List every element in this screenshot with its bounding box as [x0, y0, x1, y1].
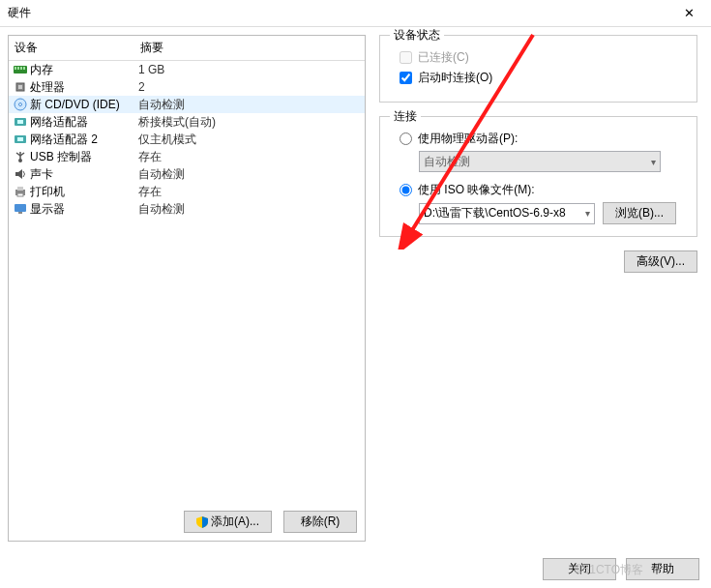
device-label: 网络适配器 2 — [30, 132, 138, 148]
physical-drive-radio[interactable] — [400, 132, 412, 145]
device-summary: 存在 — [138, 184, 162, 200]
memory-icon — [13, 63, 28, 76]
svg-rect-21 — [18, 212, 22, 214]
disc-icon — [13, 98, 28, 111]
shield-icon — [196, 516, 208, 528]
add-button-label: 添加(A)... — [211, 514, 259, 530]
svg-rect-3 — [20, 67, 22, 70]
device-summary: 自动检测 — [138, 97, 185, 113]
add-button[interactable]: 添加(A)... — [184, 511, 272, 533]
dialog-content: 设备 摘要 内存1 GB处理器2新 CD/DVD (IDE)自动检测网络适配器桥… — [0, 27, 711, 549]
device-label: 内存 — [30, 62, 138, 78]
usb-icon — [13, 150, 28, 163]
cpu-icon — [13, 80, 28, 94]
help-button-label: 帮助 — [651, 561, 674, 577]
remove-button-label: 移除(R) — [301, 514, 341, 530]
table-row[interactable]: 内存1 GB — [9, 61, 365, 78]
display-icon — [13, 202, 28, 216]
device-summary: 2 — [138, 80, 145, 94]
device-summary: 存在 — [138, 149, 162, 165]
connected-checkbox — [400, 51, 412, 64]
nic-icon — [13, 132, 28, 146]
remove-button[interactable]: 移除(R) — [283, 511, 357, 533]
device-label: USB 控制器 — [30, 149, 138, 165]
svg-rect-20 — [15, 204, 26, 212]
iso-file-radio[interactable] — [400, 184, 412, 196]
settings-pane: 设备状态 已连接(C) 启动时连接(O) 连接 使用物理驱动器(P): 自动检测… — [366, 35, 703, 542]
svg-rect-1 — [15, 67, 16, 70]
left-button-bar: 添加(A)... 移除(R) — [9, 503, 365, 541]
svg-rect-12 — [17, 137, 23, 141]
device-summary: 自动检测 — [138, 166, 185, 183]
svg-rect-18 — [17, 187, 23, 191]
device-status-group: 设备状态 已连接(C) 启动时连接(O) — [379, 35, 697, 103]
physical-drive-value: 自动检测 — [424, 154, 470, 170]
device-summary: 仅主机模式 — [138, 132, 196, 148]
device-label: 网络适配器 — [30, 114, 138, 131]
connect-start-label: 启动时连接(O) — [418, 70, 492, 86]
table-row[interactable]: 新 CD/DVD (IDE)自动检测 — [9, 96, 365, 113]
advanced-button-label: 高级(V)... — [637, 253, 685, 270]
svg-rect-6 — [18, 85, 22, 89]
physical-drive-combo-row: 自动检测 ▾ — [419, 151, 685, 172]
table-row[interactable]: 声卡自动检测 — [9, 165, 365, 183]
connection-group: 连接 使用物理驱动器(P): 自动检测 ▾ 使用 ISO 映像文件(M): D:… — [379, 116, 697, 237]
connect-start-checkbox[interactable] — [400, 72, 412, 84]
nic-icon — [13, 115, 28, 129]
sound-icon — [13, 167, 28, 181]
table-row[interactable]: 处理器2 — [9, 78, 365, 96]
iso-file-row: 使用 ISO 映像文件(M): — [400, 182, 685, 198]
physical-drive-row: 使用物理驱动器(P): — [400, 131, 685, 147]
iso-file-label: 使用 ISO 映像文件(M): — [418, 182, 535, 198]
watermark: ©51CTO博客 — [575, 562, 643, 578]
printer-icon — [13, 185, 28, 198]
iso-file-combo[interactable]: D:\迅雷下载\CentOS-6.9-x8 ▾ — [419, 203, 595, 224]
connect-start-row: 启动时连接(O) — [400, 70, 685, 86]
device-label: 新 CD/DVD (IDE) — [30, 97, 138, 113]
connected-row: 已连接(C) — [400, 49, 685, 66]
browse-button[interactable]: 浏览(B)... — [603, 202, 676, 224]
browse-button-label: 浏览(B)... — [615, 205, 664, 221]
physical-drive-combo: 自动检测 ▾ — [419, 151, 661, 172]
connected-label: 已连接(C) — [418, 49, 469, 66]
iso-file-combo-row: D:\迅雷下载\CentOS-6.9-x8 ▾ 浏览(B)... — [419, 202, 685, 224]
svg-rect-19 — [17, 193, 23, 196]
svg-rect-4 — [23, 67, 25, 70]
close-icon[interactable]: ✕ — [674, 4, 703, 23]
device-summary: 自动检测 — [138, 201, 185, 218]
advanced-row: 高级(V)... — [379, 250, 697, 273]
table-row[interactable]: 显示器自动检测 — [9, 200, 365, 218]
device-label: 处理器 — [30, 79, 138, 96]
physical-drive-label: 使用物理驱动器(P): — [418, 131, 518, 147]
advanced-button[interactable]: 高级(V)... — [624, 250, 697, 273]
device-status-title: 设备状态 — [390, 27, 444, 44]
hardware-pane: 设备 摘要 内存1 GB处理器2新 CD/DVD (IDE)自动检测网络适配器桥… — [8, 35, 366, 542]
device-label: 声卡 — [30, 166, 138, 183]
col-device: 设备 — [15, 40, 140, 56]
device-label: 显示器 — [30, 201, 138, 218]
table-row[interactable]: USB 控制器存在 — [9, 148, 365, 165]
table-row[interactable]: 打印机存在 — [9, 183, 365, 200]
connection-title: 连接 — [390, 108, 421, 125]
device-summary: 1 GB — [138, 63, 164, 76]
table-row[interactable]: 网络适配器桥接模式(自动) — [9, 113, 365, 131]
svg-rect-2 — [17, 67, 19, 70]
chevron-down-icon: ▾ — [651, 157, 656, 167]
svg-rect-10 — [17, 120, 23, 124]
svg-point-8 — [19, 103, 22, 106]
hardware-header: 设备 摘要 — [9, 36, 365, 61]
window-title: 硬件 — [8, 5, 31, 21]
title-bar: 硬件 ✕ — [0, 0, 711, 27]
hardware-list[interactable]: 内存1 GB处理器2新 CD/DVD (IDE)自动检测网络适配器桥接模式(自动… — [9, 61, 365, 503]
device-summary: 桥接模式(自动) — [138, 114, 216, 131]
device-label: 打印机 — [30, 184, 138, 200]
table-row[interactable]: 网络适配器 2仅主机模式 — [9, 131, 365, 148]
chevron-down-icon[interactable]: ▾ — [585, 208, 590, 219]
iso-file-value: D:\迅雷下载\CentOS-6.9-x8 — [424, 205, 566, 221]
col-summary: 摘要 — [140, 40, 163, 56]
